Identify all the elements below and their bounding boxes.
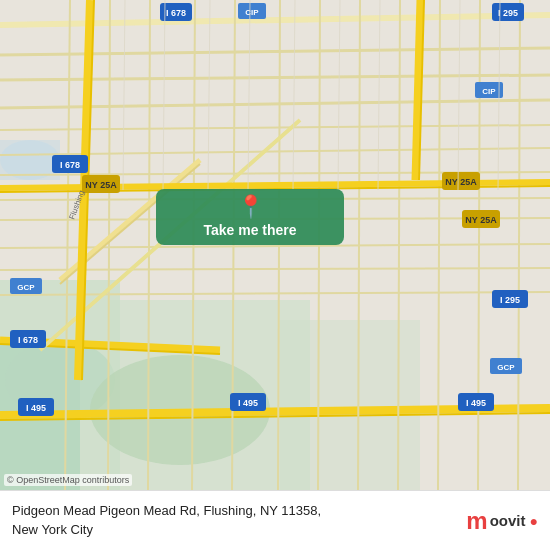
svg-text:CIP: CIP — [245, 8, 259, 17]
svg-text:I 495: I 495 — [26, 403, 46, 413]
moovit-wordmark: oovit — [490, 512, 526, 529]
svg-text:NY 25A: NY 25A — [85, 180, 117, 190]
svg-text:I 678: I 678 — [60, 160, 80, 170]
moovit-dot-icon: ● — [530, 513, 538, 529]
svg-text:NY 25A: NY 25A — [445, 177, 477, 187]
osm-attribution: © OpenStreetMap contributors — [4, 474, 132, 486]
svg-text:I 295: I 295 — [498, 8, 518, 18]
svg-text:NY 25A: NY 25A — [465, 215, 497, 225]
moovit-icon: m — [466, 507, 487, 535]
svg-text:GCP: GCP — [497, 363, 515, 372]
svg-text:I 678: I 678 — [166, 8, 186, 18]
take-me-there-button[interactable]: 📍 Take me there — [156, 189, 344, 245]
svg-text:I 495: I 495 — [466, 398, 486, 408]
location-pin-icon: 📍 — [237, 196, 264, 218]
svg-text:I 495: I 495 — [238, 398, 258, 408]
svg-text:CIP: CIP — [482, 87, 496, 96]
svg-text:I 678: I 678 — [18, 335, 38, 345]
svg-text:I 295: I 295 — [500, 295, 520, 305]
button-label: Take me there — [203, 222, 296, 238]
svg-text:GCP: GCP — [17, 283, 35, 292]
map-container[interactable]: I 678 I 295 CIP CIP I 678 NY 25A NY 25A … — [0, 0, 550, 490]
info-bar: Pidgeon Mead Pigeon Mead Rd, Flushing, N… — [0, 490, 550, 550]
moovit-logo[interactable]: m oovit ● — [466, 507, 538, 535]
address-text: Pidgeon Mead Pigeon Mead Rd, Flushing, N… — [12, 502, 466, 538]
